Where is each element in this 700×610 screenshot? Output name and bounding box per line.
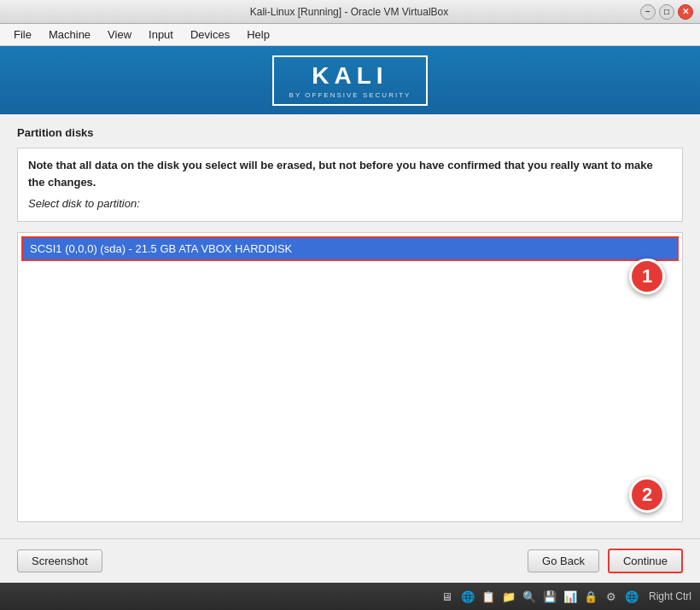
taskbar-icon-3: 📋 [480, 588, 497, 605]
title-bar-text: Kali-Linux [Running] - Oracle VM Virtual… [58, 6, 640, 18]
right-ctrl-label: Right Ctrl [649, 590, 691, 602]
taskbar-icon-9: ⚙ [603, 588, 620, 605]
menu-input[interactable]: Input [142, 26, 180, 44]
maximize-button[interactable]: □ [659, 4, 674, 20]
minimize-button[interactable]: − [640, 4, 656, 20]
menu-view[interactable]: View [101, 26, 138, 44]
taskbar-icon-2: 🌐 [459, 588, 476, 605]
taskbar-icon-6: 💾 [541, 588, 558, 605]
taskbar-icon-4: 📁 [500, 588, 517, 605]
vm-header: KALI BY OFFENSIVE SECURITY [0, 46, 700, 114]
title-bar: Kali-Linux [Running] - Oracle VM Virtual… [0, 0, 700, 24]
kali-logo-text: KALI [312, 62, 388, 90]
disk-list-container: SCSI1 (0,0,0) (sda) - 21.5 GB ATA VBOX H… [17, 232, 683, 522]
disk-item-scsi[interactable]: SCSI1 (0,0,0) (sda) - 21.5 GB ATA VBOX H… [21, 236, 679, 261]
menu-file[interactable]: File [7, 26, 38, 44]
info-box: Note that all data on the disk you selec… [17, 148, 683, 222]
taskbar-icon-5: 🔍 [521, 588, 538, 605]
kali-logo-box: KALI BY OFFENSIVE SECURITY [272, 55, 429, 106]
title-bar-controls: − □ ✕ [640, 4, 693, 20]
taskbar-icon-10: 🌐 [623, 588, 640, 605]
taskbar-icon-1: 🖥 [439, 588, 456, 605]
btn-group-right: Go Back Continue [528, 549, 683, 573]
vm-body: KALI BY OFFENSIVE SECURITY Partition dis… [0, 46, 700, 583]
close-icon: ✕ [682, 7, 689, 16]
maximize-icon: □ [664, 7, 669, 16]
badge-2: 2 [629, 477, 665, 513]
info-text-italic: Select disk to partition: [28, 195, 672, 212]
taskbar-icon-8: 🔒 [582, 588, 599, 605]
menu-devices[interactable]: Devices [184, 26, 236, 44]
close-button[interactable]: ✕ [678, 4, 693, 20]
menu-machine[interactable]: Machine [42, 26, 97, 44]
content-area: Partition disks Note that all data on th… [0, 114, 700, 538]
section-title: Partition disks [17, 126, 683, 139]
kali-sub-text: BY OFFENSIVE SECURITY [289, 91, 411, 99]
disk-list-outer: SCSI1 (0,0,0) (sda) - 21.5 GB ATA VBOX H… [17, 232, 683, 522]
minimize-icon: − [645, 7, 650, 16]
menu-help[interactable]: Help [240, 26, 277, 44]
bottom-bar: Screenshot Go Back Continue [0, 538, 700, 583]
menu-bar: File Machine View Input Devices Help [0, 24, 700, 46]
badge-1: 1 [629, 259, 665, 294]
continue-button[interactable]: Continue [608, 549, 683, 573]
screenshot-button[interactable]: Screenshot [17, 549, 102, 572]
go-back-button[interactable]: Go Back [528, 549, 599, 572]
info-text-bold: Note that all data on the disk you selec… [28, 157, 672, 190]
taskbar: 🖥 🌐 📋 📁 🔍 💾 📊 🔒 ⚙ 🌐 Right Ctrl [0, 583, 700, 610]
taskbar-icon-7: 📊 [562, 588, 579, 605]
